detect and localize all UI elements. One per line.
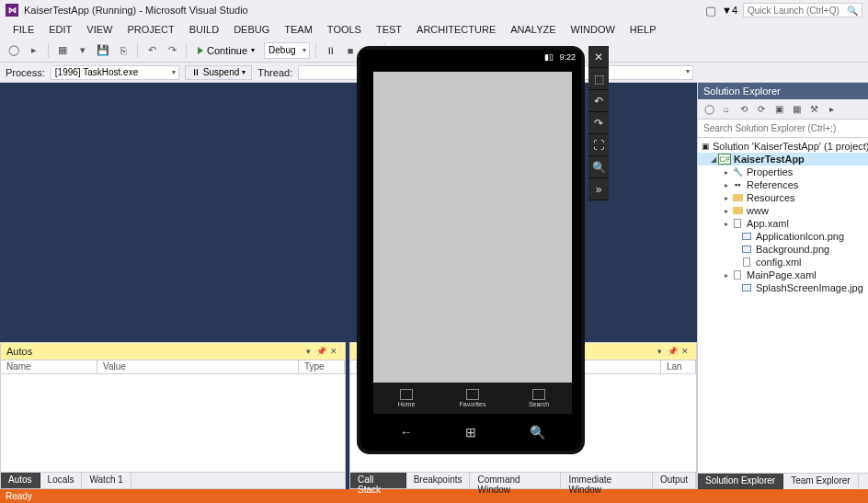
menu-build[interactable]: BUILD <box>182 22 226 37</box>
tab-locals[interactable]: Locals <box>40 473 83 488</box>
menu-tools[interactable]: TOOLS <box>320 22 369 37</box>
solution-search-input[interactable] <box>698 120 868 137</box>
dropdown-icon[interactable]: ▾ <box>654 346 665 357</box>
expander-icon[interactable]: ▸ <box>722 220 731 228</box>
tab-breakpoints[interactable]: Breakpoints <box>406 473 471 488</box>
nav-fwd-button[interactable]: ▸ <box>26 42 42 59</box>
expander-icon[interactable]: ▸ <box>722 194 731 202</box>
config-file[interactable]: config.xml <box>698 256 868 269</box>
show-all-icon[interactable]: ▦ <box>789 102 804 117</box>
search-button[interactable]: 🔍 <box>530 425 545 440</box>
separator <box>48 43 49 58</box>
menu-file[interactable]: FILE <box>6 22 41 37</box>
preview-icon[interactable]: ▸ <box>824 102 839 117</box>
menu-analyze[interactable]: ANALYZE <box>503 22 563 37</box>
process-label: Process: <box>6 67 45 78</box>
menu-view[interactable]: VIEW <box>79 22 120 37</box>
solution-node[interactable]: ▣ Solution 'KaiserTestApp' (1 project) <box>698 140 868 153</box>
sync-icon[interactable]: ⟲ <box>737 102 751 117</box>
pin-icon[interactable]: 📌 <box>667 346 678 357</box>
suspend-button[interactable]: ⏸ Suspend ▾ <box>185 65 252 80</box>
notifications-flag[interactable]: ▼4 <box>722 5 737 16</box>
refresh-icon[interactable]: ⟳ <box>754 102 769 117</box>
appbar-favorites[interactable]: Favorites <box>440 383 506 414</box>
col-value[interactable]: Value <box>97 360 299 373</box>
dropdown-icon[interactable]: ▾ <box>303 346 314 357</box>
expander-icon[interactable]: ▸ <box>722 207 731 215</box>
menu-project[interactable]: PROJECT <box>120 22 181 37</box>
back-button[interactable]: ← <box>400 425 413 440</box>
save-all-button[interactable]: ⎘ <box>115 42 131 59</box>
menu-window[interactable]: WINDOW <box>564 22 622 37</box>
www-folder[interactable]: ▸ www <box>698 204 868 217</box>
solution-explorer: Solution Explorer ◯ ⌂ ⟲ ⟳ ▣ ▦ ⚒ ▸ ▣ Solu… <box>697 83 868 489</box>
emulator-more-button[interactable]: » <box>588 178 609 200</box>
quick-launch-input[interactable]: Quick Launch (Ctrl+Q) 🔍 <box>743 3 862 17</box>
emulator-zoom-button[interactable]: 🔍 <box>588 156 609 178</box>
continue-label: Continue <box>207 45 247 56</box>
splash-file[interactable]: SplashScreenImage.jpg <box>698 281 868 294</box>
references-node[interactable]: ▸ ▪▪ References <box>698 178 868 191</box>
menu-help[interactable]: HELP <box>622 22 664 37</box>
menu-edit[interactable]: EDIT <box>41 22 79 37</box>
appbar-label: Search <box>529 401 549 407</box>
emulator-rotate-left-button[interactable]: ↶ <box>588 90 609 112</box>
col-type[interactable]: Type <box>299 360 345 373</box>
close-icon[interactable]: ✕ <box>328 346 339 357</box>
menu-test[interactable]: TEST <box>369 22 409 37</box>
save-button[interactable]: 💾 <box>95 42 111 59</box>
emulator-screen[interactable] <box>373 72 572 403</box>
resources-folder[interactable]: ▸ Resources <box>698 191 868 204</box>
redo-button[interactable]: ↷ <box>164 42 180 59</box>
tab-watch1[interactable]: Watch 1 <box>82 473 131 488</box>
tab-immediate-window[interactable]: Immediate Window <box>561 473 653 488</box>
col-name[interactable]: Name <box>1 360 97 373</box>
close-icon[interactable]: ✕ <box>680 346 691 357</box>
tab-callstack[interactable]: Call Stack <box>350 473 406 488</box>
mainpage-file[interactable]: ▸ MainPage.xaml <box>698 269 868 281</box>
appbar-home[interactable]: Home <box>373 383 440 414</box>
emulator-rotate-right-button[interactable]: ↷ <box>588 112 609 134</box>
pause-button[interactable]: ⏸ <box>322 42 338 59</box>
emulator-close-button[interactable]: ✕ <box>588 46 609 68</box>
flag-icon: ▼ <box>722 5 732 16</box>
expander-icon[interactable]: ◢ <box>709 155 718 164</box>
menu-debug[interactable]: DEBUG <box>226 22 277 37</box>
col-lang[interactable]: Lan <box>661 360 696 373</box>
appbar-search[interactable]: Search <box>506 383 572 414</box>
expander-icon[interactable]: ▸ <box>722 271 731 280</box>
tab-autos[interactable]: Autos <box>1 473 40 488</box>
continue-button[interactable]: Continue ▾ <box>192 42 260 59</box>
expander-icon[interactable]: ▸ <box>722 181 731 189</box>
config-combo[interactable]: Debug <box>264 42 310 59</box>
home-icon[interactable]: ⌂ <box>719 102 734 117</box>
pin-icon[interactable]: 📌 <box>315 346 326 357</box>
open-button[interactable]: ▾ <box>74 42 91 59</box>
background-file[interactable]: Background.png <box>698 243 868 256</box>
tab-output[interactable]: Output <box>653 473 696 488</box>
nav-back-button[interactable]: ◯ <box>6 42 22 59</box>
tab-solution-explorer[interactable]: Solution Explorer <box>698 474 783 489</box>
appicon-file[interactable]: ApplicationIcon.png <box>698 230 868 243</box>
process-dropdown[interactable]: [1996] TaskHost.exe <box>51 65 179 80</box>
tab-team-explorer[interactable]: Team Explorer <box>783 474 858 489</box>
emulator-fit-button[interactable]: ⛶ <box>588 134 609 156</box>
emulator-minimize-button[interactable]: ⬚ <box>588 68 609 90</box>
undo-button[interactable]: ↶ <box>143 42 160 59</box>
properties-icon[interactable]: ⚒ <box>806 102 821 117</box>
back-icon[interactable]: ◯ <box>702 102 716 117</box>
separator <box>186 43 187 58</box>
menu-team[interactable]: TEAM <box>277 22 320 37</box>
new-button[interactable]: ▦ <box>54 42 71 59</box>
collapse-icon[interactable]: ▣ <box>771 102 786 117</box>
menu-architecture[interactable]: ARCHITECTURE <box>409 22 503 37</box>
feedback-icon[interactable]: ▢ <box>705 4 716 17</box>
properties-node[interactable]: ▸ 🔧 Properties <box>698 166 868 178</box>
chevron-down-icon: ▾ <box>242 68 246 76</box>
windows-button[interactable]: ⊞ <box>465 425 476 440</box>
expander-icon[interactable]: ▸ <box>722 168 731 177</box>
appxaml-file[interactable]: ▸ App.xaml <box>698 217 868 230</box>
project-node[interactable]: ◢ C# KaiserTestApp <box>698 153 868 166</box>
solution-search[interactable] <box>698 120 868 138</box>
tab-command-window[interactable]: Command Window <box>470 473 561 488</box>
